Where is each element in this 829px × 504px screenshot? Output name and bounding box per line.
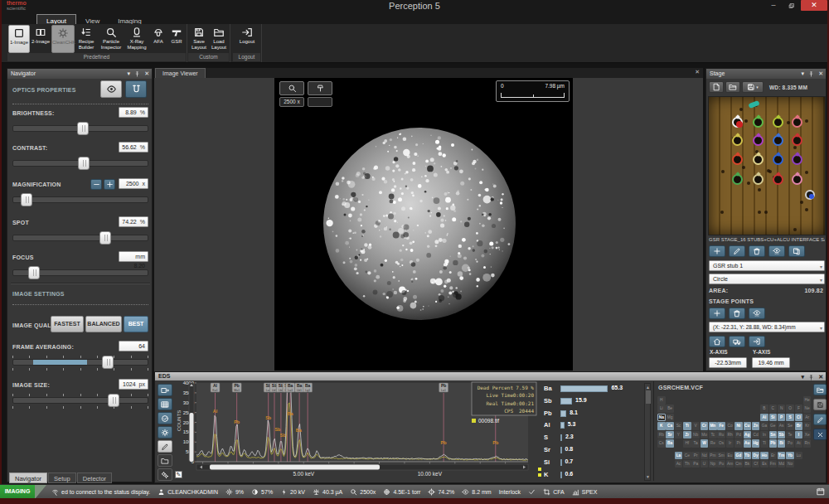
caret-down-icon[interactable]: ▾ (802, 69, 805, 79)
element-cell-no[interactable]: No (786, 460, 794, 468)
shape-select[interactable]: Circle▾ (709, 274, 825, 284)
element-cell-am[interactable]: Am (726, 460, 734, 468)
element-cell-at[interactable]: At (795, 439, 803, 448)
cleanchk-button[interactable]: CleanCHK (51, 25, 75, 53)
element-cell-u[interactable]: U (701, 460, 709, 468)
element-cell-hf[interactable]: Hf (683, 439, 691, 448)
element-cell-es[interactable]: Es (760, 460, 768, 468)
element-cell-mg[interactable]: Mg (666, 414, 674, 422)
element-cell-os[interactable]: Os (717, 439, 725, 448)
element-cell-yb[interactable]: Yb (786, 452, 794, 460)
stage-stub-r2c3[interactable] (773, 135, 783, 146)
element-cell-ho[interactable]: Ho (760, 452, 768, 460)
load-button[interactable] (725, 81, 740, 93)
element-cell-cd[interactable]: Cd (752, 431, 760, 439)
save-layout-button[interactable]: Save Layout (189, 25, 209, 53)
optics-visibility-button[interactable] (100, 80, 122, 98)
slider-track[interactable] (12, 125, 148, 132)
eds-folder-button[interactable] (158, 454, 172, 467)
minimize-button[interactable]: – (764, 0, 783, 11)
element-cell-sm[interactable]: Sm (717, 452, 725, 460)
bottom-tab-detector[interactable]: Detector (77, 472, 112, 483)
element-cell-cf[interactable]: Cf (752, 460, 760, 468)
element-cell-ne[interactable]: Ne (803, 405, 812, 413)
y-axis-field[interactable]: 19.46 mm (752, 357, 790, 368)
bottom-tab-navigator[interactable]: Navigator (9, 472, 47, 483)
element-cell-pd[interactable]: Pd (734, 431, 743, 439)
element-cell-rn[interactable]: Rn (803, 439, 812, 448)
scroll-up-icon[interactable]: ▲ (646, 385, 650, 390)
image-quality-best-button[interactable]: BEST (124, 316, 148, 332)
element-cell-p[interactable]: P (778, 414, 786, 422)
image-quality-balanced-button[interactable]: BALANCED (85, 316, 122, 332)
save-button[interactable]: ▾ (742, 81, 764, 93)
element-cell-si[interactable]: Si (769, 414, 778, 422)
close-button[interactable]: ✕ (801, 0, 827, 11)
slider-handle[interactable] (99, 231, 111, 245)
element-cell-li[interactable]: Li (657, 405, 666, 413)
element-cell-cs[interactable]: Cs (657, 439, 666, 448)
point-trash-button[interactable] (729, 308, 745, 319)
eds-pencil-button[interactable] (158, 440, 172, 453)
element-cell-nd[interactable]: Nd (701, 452, 709, 460)
element-cell-ba[interactable]: Ba (666, 439, 674, 448)
pin-icon[interactable] (808, 375, 814, 380)
frame-averaging-slider-handle[interactable] (102, 356, 114, 369)
element-cell-v[interactable]: V (691, 422, 700, 430)
element-cell-he[interactable]: He (803, 396, 812, 405)
element-cell-ru[interactable]: Ru (717, 431, 725, 439)
element-cell-tc[interactable]: Tc (709, 431, 717, 439)
element-cell-co[interactable]: Co (726, 422, 734, 430)
point-eye-dots-button[interactable] (749, 308, 765, 319)
eds-export-button[interactable] (158, 384, 172, 396)
stage-stub-r1c4[interactable] (792, 117, 802, 128)
element-cell-ac[interactable]: Ac (675, 460, 683, 468)
element-cell-xe[interactable]: Xe (803, 431, 812, 439)
element-cell-tb[interactable]: Tb (744, 452, 752, 460)
element-cell-in[interactable]: In (760, 431, 768, 439)
element-cell-c[interactable]: C (769, 405, 778, 413)
area-plus-button[interactable] (709, 245, 725, 257)
element-cell-b[interactable]: B (760, 405, 768, 413)
move-truck-button[interactable] (729, 336, 745, 347)
element-cell-re[interactable]: Re (709, 439, 717, 448)
quant-scrollbar[interactable]: ▲ ▼ (644, 383, 651, 481)
area-trash-button[interactable] (749, 245, 765, 257)
optics-magnet-button[interactable] (125, 80, 147, 98)
eds-side-save-button[interactable] (813, 399, 827, 410)
stage-stub-r3c4[interactable] (792, 154, 802, 165)
slider-track[interactable] (12, 269, 148, 276)
restore-button[interactable] (783, 0, 801, 11)
file-button[interactable] (709, 81, 724, 93)
magnification-overlay-button[interactable] (279, 81, 304, 95)
image-quality-fastest-button[interactable]: FASTEST (51, 316, 84, 332)
element-cell-y[interactable]: Y (675, 431, 683, 439)
close-icon[interactable]: ✕ (818, 69, 823, 79)
stage-stub-r1c2[interactable] (753, 117, 764, 128)
element-cell-er[interactable]: Er (769, 452, 778, 460)
move-home-button[interactable] (709, 336, 725, 347)
slider-handle[interactable] (78, 157, 90, 170)
slider-track[interactable] (12, 196, 148, 203)
element-cell-la[interactable]: La (675, 452, 683, 460)
stage-stub-r1c1[interactable] (732, 117, 743, 128)
stub-overlay-button[interactable] (308, 81, 332, 95)
close-icon[interactable]: ✕ (695, 69, 700, 75)
stage-stub-r2c1[interactable] (732, 135, 743, 146)
bottom-tab-setup[interactable]: Setup (48, 472, 76, 483)
element-cell-th[interactable]: Th (683, 460, 691, 468)
image-size-field[interactable]: px1024 (119, 379, 148, 390)
stage-point-select[interactable]: (X: -22.31, Y: 28.88, WD: 8.34)mm▾ (709, 322, 825, 332)
stage-stub-r2c2[interactable] (753, 135, 764, 146)
element-cell-tl[interactable]: Tl (760, 439, 768, 448)
stage-stub-r4c3[interactable] (773, 174, 783, 185)
x-axis-field[interactable]: -22.53mm (709, 357, 747, 368)
stage-stub-r3c2[interactable] (753, 154, 764, 165)
element-cell-h[interactable]: H (657, 396, 666, 405)
scroll-down-icon[interactable]: ▼ (646, 474, 650, 479)
element-cell-eu[interactable]: Eu (726, 452, 734, 460)
element-cell-po[interactable]: Po (786, 439, 794, 448)
element-cell-ar[interactable]: Ar (803, 414, 812, 422)
element-cell-w[interactable]: W (701, 439, 709, 448)
close-icon[interactable]: ✕ (818, 372, 823, 382)
